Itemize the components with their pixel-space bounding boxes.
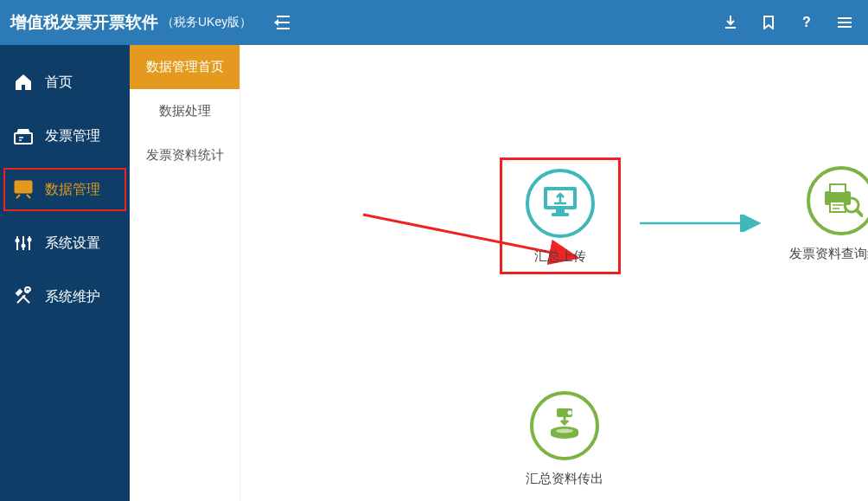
svg-rect-0 <box>15 133 32 144</box>
tile-summary-export[interactable]: 汇总资料传出 <box>504 391 625 487</box>
left-sidebar: 首页 发票管理 数据管理 系统设置 系统维护 <box>0 45 130 501</box>
app-subtitle: （税务UKey版） <box>162 15 252 30</box>
tile-invoice-query[interactable]: 发票资料查询统计 <box>781 166 868 262</box>
svg-point-7 <box>28 238 32 242</box>
svg-point-19 <box>568 411 572 415</box>
upload-monitor-icon <box>540 183 580 223</box>
svg-rect-12 <box>556 209 565 213</box>
menu-collapse-icon <box>274 15 291 30</box>
tile-label: 发票资料查询统计 <box>781 246 868 262</box>
svg-rect-4 <box>27 189 29 191</box>
svg-point-6 <box>22 244 26 248</box>
app-title: 增值税发票开票软件 <box>10 11 158 34</box>
svg-point-21 <box>556 429 573 434</box>
bookmark-icon[interactable] <box>756 10 782 35</box>
nav-label: 系统维护 <box>45 288 100 306</box>
svg-rect-15 <box>830 184 846 193</box>
sidebar-toggle-button[interactable] <box>271 10 295 35</box>
subnav-item-stats[interactable]: 发票资料统计 <box>130 133 239 177</box>
nav-label: 首页 <box>45 74 73 92</box>
download-icon[interactable] <box>718 10 744 35</box>
sub-sidebar: 数据管理首页 数据处理 发票资料统计 <box>130 45 240 501</box>
tile-label: 汇总资料传出 <box>504 471 625 487</box>
more-menu-icon[interactable] <box>832 10 858 35</box>
nav-item-home[interactable]: 首页 <box>0 55 130 109</box>
tile-summary-upload[interactable]: 汇总上传 <box>500 157 621 274</box>
nav-label: 系统设置 <box>45 234 100 253</box>
home-icon <box>12 71 35 93</box>
nav-label: 发票管理 <box>45 127 100 145</box>
tile-label: 汇总上传 <box>502 248 618 265</box>
nav-item-invoice[interactable]: 发票管理 <box>0 109 130 163</box>
printer-search-icon <box>820 179 863 222</box>
settings-icon <box>12 232 35 254</box>
nav-label: 数据管理 <box>45 181 100 199</box>
flow-arrow-icon <box>638 215 768 232</box>
help-icon[interactable]: ? <box>794 10 820 35</box>
nav-item-data[interactable]: 数据管理 <box>0 163 130 216</box>
svg-rect-16 <box>830 202 846 212</box>
content-area: 汇总上传 发票资料查询统计 <box>240 45 868 501</box>
subnav-item-home[interactable]: 数据管理首页 <box>130 45 239 89</box>
svg-rect-3 <box>22 184 25 191</box>
data-icon <box>12 178 35 201</box>
nav-item-maintain[interactable]: 系统维护 <box>0 270 130 324</box>
svg-point-5 <box>16 239 20 243</box>
nav-item-settings[interactable]: 系统设置 <box>0 216 130 270</box>
svg-rect-13 <box>552 213 569 216</box>
export-device-icon <box>545 405 584 446</box>
svg-rect-2 <box>18 187 21 191</box>
subnav-item-process[interactable]: 数据处理 <box>130 89 239 133</box>
invoice-icon <box>12 125 35 147</box>
tools-icon <box>12 286 35 308</box>
topbar: 增值税发票开票软件 （税务UKey版） ? <box>0 0 868 45</box>
